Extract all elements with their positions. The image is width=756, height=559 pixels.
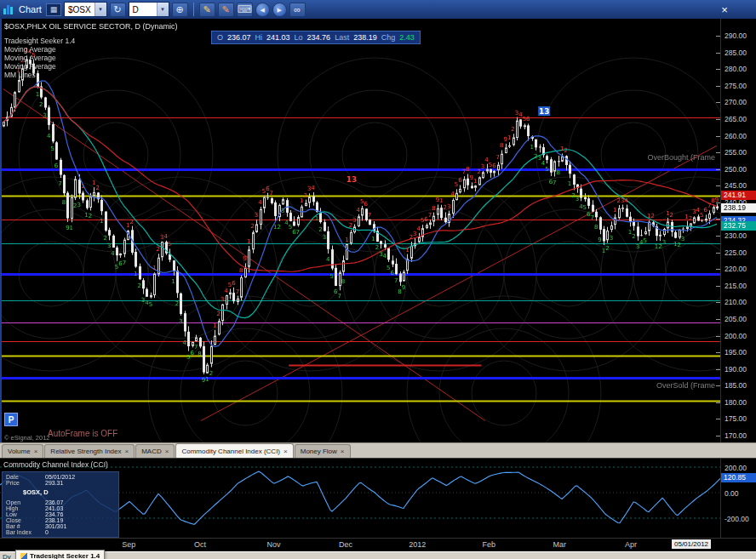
toolbar-separator [193, 3, 194, 16]
zoom-button[interactable]: ⊕ [172, 3, 188, 17]
price-axis-label: 200.00 [724, 332, 747, 340]
cci-axis-label: 200.00 [724, 464, 747, 472]
pencil-icon[interactable]: ✎ [199, 3, 215, 17]
price-axis-label: 180.00 [724, 398, 747, 407]
symbol-combo[interactable]: $OSX ▼ [64, 2, 107, 17]
status-text: Dy [3, 553, 11, 559]
oversold-label: OverSold (Frame [656, 381, 715, 390]
price-axis-label: 195.00 [724, 348, 747, 357]
symbol-input[interactable]: $OSX [65, 5, 94, 14]
change-label: Chg [381, 33, 396, 42]
last-value: 238.19 [353, 33, 377, 42]
bar-index-label: Bar Index [6, 529, 45, 535]
copyright-text: © eSignal, 2012 [4, 434, 49, 442]
time-axis-label: Mar [553, 540, 566, 549]
price-tag: 238.19 [721, 203, 756, 213]
date-label: Date [6, 474, 45, 480]
high-value: 241.03 [266, 33, 290, 42]
high-label: Hi [255, 33, 263, 42]
chevron-down-icon[interactable]: ▼ [94, 3, 106, 16]
keyboard-icon[interactable]: ⌨ [237, 3, 253, 17]
marker-icon[interactable]: ✎ [218, 3, 234, 17]
time-axis-label: Apr [625, 540, 637, 549]
price-axis-label: 285.00 [724, 48, 747, 57]
indicator-tab-bar: Volume × Relative Strength Index × MACD … [0, 442, 756, 458]
cci-value-tag: 120.85 [721, 473, 756, 482]
high-value: 241.03 [45, 505, 63, 511]
back-icon[interactable]: ◀ [255, 3, 270, 17]
data-window: Date05/01/2012 Price293.31 $OSX, D Open2… [2, 471, 119, 538]
refresh-button[interactable]: ↻ [110, 3, 126, 17]
cci-panel: Commodity Channel Index (CCI) 200.000.00… [0, 458, 756, 538]
study-label-ma3[interactable]: Moving Average [4, 62, 177, 71]
properties-badge[interactable]: P [4, 413, 18, 426]
time-axis[interactable]: Sep Oct Nov Dec 2012 Feb Mar Apr 05/01/2… [0, 538, 756, 551]
tab-rsi[interactable]: Relative Strength Index × [44, 444, 135, 458]
close-label: Close [6, 517, 45, 523]
seeker-icon [20, 553, 27, 559]
overbought-label: OverBought (Frame [647, 153, 715, 162]
tab-close-icon[interactable]: × [34, 448, 38, 455]
open-value: 236.07 [227, 33, 251, 42]
price-axis-label: 170.00 [724, 431, 747, 440]
bar-index-value: 0 [45, 529, 49, 535]
price-axis-label: 210.00 [724, 298, 747, 306]
tab-label: Commodity Channel Index (CCI) [181, 448, 280, 455]
study-label-ma2[interactable]: Moving Average [4, 54, 177, 62]
autoframe-status: AutoFrame is OFF [48, 429, 117, 438]
interval-value[interactable]: D [129, 5, 157, 14]
price-axis-label: 265.00 [724, 115, 747, 123]
price-axis-label: 280.00 [724, 65, 747, 73]
quote-bar: O 236.07 Hi 241.03 Lo 234.76 Last 238.19… [211, 31, 421, 44]
low-label: Low [6, 511, 45, 517]
close-value: 238.19 [45, 517, 63, 523]
study-label-ma1[interactable]: Moving Average [4, 45, 177, 54]
interval-combo[interactable]: D ▼ [129, 2, 169, 17]
status-bar: Dy Tradesight Seeker 1.4 [0, 551, 756, 559]
tab-close-icon[interactable]: × [341, 448, 345, 455]
time-axis-label: Dec [339, 540, 352, 549]
study-label-mm-lines[interactable]: MM Lines [4, 71, 177, 79]
tab-close-icon[interactable]: × [125, 448, 129, 455]
seeker-tooltip: Tradesight Seeker 1.4 [15, 550, 105, 559]
price-axis-label: 275.00 [724, 82, 747, 90]
open-value: 236.07 [45, 499, 63, 505]
price-label: Price [6, 480, 45, 486]
price-chart-panel: $OSX,PHLX OIL SERVICE SECTOR, D (Dynamic… [0, 19, 756, 442]
price-axis-label: 230.00 [724, 231, 747, 240]
high-label: High [6, 505, 45, 511]
price-value: 293.31 [45, 480, 63, 486]
series-title: $OSX, D [6, 489, 115, 496]
tab-money-flow[interactable]: Money Flow × [295, 444, 351, 458]
chevron-down-icon[interactable]: ▼ [157, 3, 169, 16]
tab-cci[interactable]: Commodity Channel Index (CCI) × [175, 443, 293, 458]
last-label: Last [335, 33, 349, 42]
link-icon[interactable]: ∞ [289, 3, 306, 17]
tab-label: Money Flow [301, 448, 337, 455]
price-axis-label: 225.00 [724, 248, 747, 257]
cci-axis[interactable]: 200.000.00-200.00 [720, 459, 756, 538]
forward-icon[interactable]: ▶ [272, 3, 287, 17]
price-tag: 232.75 [721, 221, 756, 231]
time-axis-label: Oct [194, 540, 206, 549]
tab-close-icon[interactable]: × [165, 448, 169, 455]
time-axis-label: Nov [266, 540, 280, 549]
chart-window: Chart ▦ $OSX ▼ ↻ D ▼ ⊕ ✎ ✎ ⌨ ◀ ▶ ∞ × $OS… [0, 0, 756, 559]
study-label-seeker[interactable]: Tradesight Seeker 1.4 [4, 37, 177, 45]
price-axis-label: 190.00 [724, 365, 747, 374]
tab-label: Volume [8, 448, 31, 455]
chart-legend: $OSX,PHLX OIL SERVICE SECTOR, D (Dynamic… [4, 22, 177, 79]
price-axis-label: 270.00 [724, 98, 747, 106]
window-frame-edge [0, 19, 2, 442]
toolbar: Chart ▦ $OSX ▼ ↻ D ▼ ⊕ ✎ ✎ ⌨ ◀ ▶ ∞ × [0, 0, 756, 19]
bar-number-value: 301/301 [45, 523, 66, 529]
tab-volume[interactable]: Volume × [2, 444, 43, 458]
tab-macd[interactable]: MACD × [135, 444, 175, 458]
close-button[interactable]: × [717, 3, 732, 16]
grid-icon[interactable]: ▦ [46, 3, 61, 16]
tab-close-icon[interactable]: × [284, 448, 288, 455]
price-chart-canvas[interactable] [0, 19, 720, 442]
open-label: O [217, 33, 223, 42]
tab-label: MACD [141, 448, 162, 455]
time-axis-label: 2012 [409, 540, 426, 549]
